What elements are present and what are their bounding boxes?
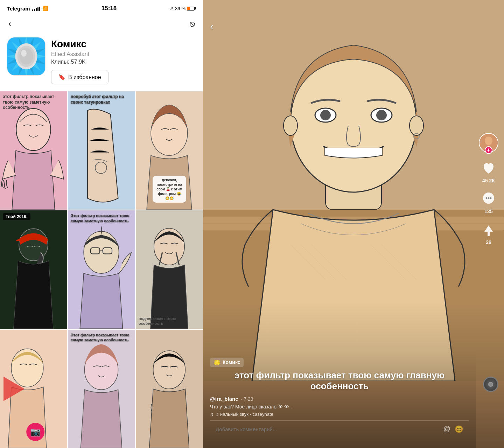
disc-inner [488, 382, 493, 387]
music-note-icon: ♫ [210, 412, 214, 417]
user-info: @ira_blanc · 7·23 [210, 396, 469, 402]
grid-sketch-9 [136, 330, 203, 448]
svg-point-54 [410, 116, 424, 135]
grid-sketch-6 [136, 210, 203, 329]
app-icon-svg [7, 37, 45, 76]
like-button[interactable]: 45 2К [480, 160, 497, 183]
favorite-label: В избранное [68, 74, 101, 80]
svg-point-41 [153, 351, 186, 389]
user-avatar[interactable]: + [479, 133, 498, 153]
heart-svg [481, 160, 496, 176]
svg-point-53 [284, 116, 298, 135]
music-text: ♫ нальный звук - caseyhate [216, 412, 273, 417]
right-panel: ‹ + 45 2К [203, 0, 504, 448]
bar-4 [37, 7, 38, 11]
grid-1-text: этот фильтр показывает твою самую заметн… [3, 94, 64, 111]
right-back-button[interactable]: ‹ [210, 21, 213, 32]
grid-sketch-2 [68, 91, 135, 210]
share-count: 26 [486, 239, 491, 245]
wifi-icon: 📶 [42, 6, 48, 11]
battery-body [187, 7, 195, 10]
share-button[interactable]: 26 [480, 221, 497, 245]
grid-item-9[interactable] [136, 330, 203, 448]
app-details: Комикс Effect Assistant Клипы: 57,9K 🔖 В… [51, 37, 196, 84]
comment-action-icons: @ 😊 [443, 425, 463, 433]
user-handle: @ira_blanc [210, 396, 238, 402]
status-bar: Telegram 📶 15:18 ↗ 39 % [0, 0, 203, 15]
grid-sketch-8 [68, 330, 135, 448]
mention-icon[interactable]: @ [443, 425, 450, 433]
status-right: ↗ 39 % [170, 6, 196, 11]
svg-point-50 [320, 110, 331, 120]
favorite-button[interactable]: 🔖 В избранное [51, 70, 108, 84]
app-name: Комикс [51, 38, 196, 50]
svg-point-52 [376, 110, 387, 120]
music-disc-icon [483, 377, 498, 392]
svg-point-23 [16, 108, 50, 150]
grid-item-1[interactable]: этот фильтр показывает твою самую заметн… [0, 91, 67, 210]
grid-item-6[interactable]: подчеркивает твою особенность [136, 210, 203, 329]
comment-count: 135 [484, 209, 492, 214]
bar-3 [36, 8, 37, 11]
filter-name: Комикс [223, 359, 240, 365]
video-caption: этот фильтр показывает твою самую главну… [210, 370, 469, 392]
grid-sketch-4 [0, 210, 67, 329]
battery-tip [195, 7, 196, 9]
filter-emoji: 🌟 [214, 359, 220, 366]
grid-6-text: подчеркивает твою особенность [139, 316, 200, 326]
signal-bars [32, 6, 40, 11]
svg-point-20 [19, 48, 33, 64]
play-arrow-overlay [4, 377, 24, 401]
location-icon: ↗ [170, 6, 174, 11]
status-time: 15:18 [102, 5, 117, 12]
svg-point-66 [490, 197, 492, 199]
camera-record-btn[interactable]: 📷 [26, 423, 44, 441]
grid-item-5[interactable]: Этот фильтр показывает твою самую заметн… [68, 210, 135, 329]
svg-point-62 [485, 136, 492, 145]
grid-item-4[interactable]: Твой 2016: [0, 210, 67, 329]
bar-2 [34, 9, 35, 11]
comment-bar: @ 😊 [210, 420, 469, 438]
share-button[interactable]: ⎋ [187, 18, 197, 30]
video-grid: этот фильтр показывает твою самую заметн… [0, 91, 203, 448]
comment-icon [480, 190, 497, 207]
status-left: Telegram 📶 [7, 6, 48, 12]
bar-1 [32, 9, 33, 11]
grid-8-text: Этот фильтр показывает твою самую заметн… [71, 332, 132, 343]
video-bottom-info: 🌟 Комикс этот фильтр показывает твою сам… [203, 351, 476, 448]
left-panel: Telegram 📶 15:18 ↗ 39 % ‹ ⎋ [0, 0, 203, 448]
svg-point-64 [486, 197, 488, 199]
nav-bar: ‹ ⎋ [0, 15, 203, 34]
share-svg [481, 222, 496, 237]
post-timestamp: · 7·23 [241, 396, 253, 402]
grid-item-3[interactable]: девочки, посмотрите на свои 🍒 с этим фил… [136, 91, 203, 210]
music-info: ♫ ♫ нальный звук - caseyhate [210, 412, 469, 417]
right-actions: + 45 2К 135 [479, 133, 498, 245]
app-author: Effect Assistant [51, 51, 196, 57]
battery-pct: 39 % [175, 6, 186, 11]
year-label: Твой 2016: [3, 213, 30, 220]
bookmark-icon: 🔖 [58, 74, 65, 80]
comment-button[interactable]: 135 [480, 190, 497, 214]
svg-point-21 [21, 50, 27, 57]
heart-icon [480, 160, 497, 176]
grid-item-7[interactable]: 📷 [0, 330, 67, 448]
app-clips: Клипы: 57,9K [51, 59, 196, 65]
grid-item-8[interactable]: Этот фильтр показывает твою самую заметн… [68, 330, 135, 448]
app-info: Комикс Effect Assistant Клипы: 57,9K 🔖 В… [0, 34, 203, 91]
svg-point-65 [488, 197, 490, 199]
grid-3-bubble: девочки, посмотрите на свои 🍒 с этим фил… [153, 176, 186, 203]
emoji-icon[interactable]: 😊 [455, 425, 463, 433]
battery-fill [187, 7, 190, 10]
video-description: Что у вас? Мое лицо сказало 👁 👁 . [210, 404, 469, 410]
telegram-label: Telegram [7, 6, 30, 12]
follow-plus-btn[interactable]: + [485, 146, 492, 154]
app-icon [7, 37, 46, 76]
comment-svg [481, 191, 496, 206]
grid-item-2[interactable]: попробуй этот фильтр на своих татуировка… [68, 91, 135, 210]
back-button[interactable]: ‹ [6, 18, 14, 30]
like-count: 45 2К [482, 178, 495, 183]
grid-sketch-5 [68, 210, 135, 329]
grid-5-text: Этот фильтр показывает твою самую заметн… [71, 213, 132, 223]
comment-input[interactable] [216, 426, 440, 432]
